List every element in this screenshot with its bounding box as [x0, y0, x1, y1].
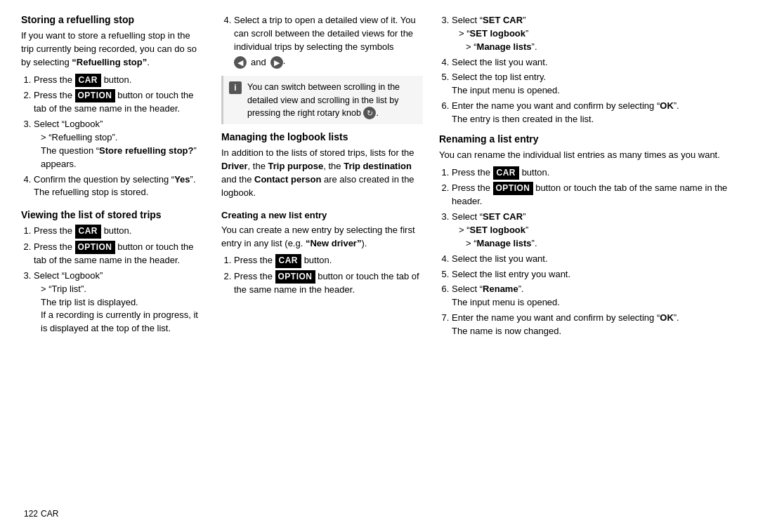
- car-button-label: CAR: [493, 166, 520, 180]
- section-renaming-intro: You can rename the individual list entri…: [439, 149, 737, 162]
- section-storing: Storing a refuelling stop If you want to…: [21, 14, 205, 199]
- sub-indent: > “Refuelling stop”.: [41, 131, 205, 145]
- info-icon: i: [229, 81, 242, 94]
- sub-indent: The question “Store refuelling stop?” ap…: [41, 145, 205, 171]
- section-managing: Managing the logbook lists In addition t…: [221, 131, 423, 199]
- section-viewing-steps: Press the CAR button. Press the OPTION b…: [34, 225, 205, 335]
- sub-text: The refuelling stop is stored.: [34, 186, 205, 199]
- list-item: Confirm the question by selecting “Yes”.…: [34, 173, 205, 200]
- list-item: Select “Logbook” > “Refuelling stop”. Th…: [34, 118, 205, 171]
- sub-text: The name is now changed.: [452, 325, 737, 338]
- col-right: Select “SET CAR” > “SET logbook” > “Mana…: [436, 14, 737, 348]
- sub-text: The input menu is opened.: [452, 296, 737, 310]
- section-renaming-title: Renaming a list entry: [439, 133, 737, 145]
- sub-text: The entry is then created in the list.: [452, 113, 737, 126]
- list-item: Press the CAR button.: [34, 74, 205, 87]
- renaming-steps: Press the CAR button. Press the OPTION b…: [452, 166, 737, 338]
- section-label: CAR: [41, 509, 58, 519]
- option-button-label: OPTION: [493, 182, 533, 195]
- sub-indent2: > “Manage lists”.: [466, 237, 737, 251]
- list-item: Select the top list entry. The input men…: [452, 71, 737, 98]
- info-text: You can switch between scrolling in the …: [247, 81, 417, 119]
- section-storing-intro: If you want to store a refuelling stop i…: [21, 29, 205, 69]
- list-item: Enter the name you want and confirm by s…: [452, 100, 737, 126]
- step3-list: Select “SET CAR” > “SET logbook” > “Mana…: [452, 14, 737, 126]
- list-item: Press the CAR button.: [234, 254, 423, 267]
- list-item: Select “Logbook” > “Trip list”. The trip…: [34, 270, 205, 335]
- col-middle: Select a trip to open a detailed view of…: [218, 14, 436, 348]
- rotary-symbol: ↻: [363, 107, 376, 119]
- sub-text: The input menu is opened.: [452, 84, 737, 98]
- option-button-label: OPTION: [75, 241, 115, 254]
- option-button-label: OPTION: [75, 89, 115, 102]
- list-item: Select the list entry you want.: [452, 268, 737, 281]
- page-container: Storing a refuelling stop If you want to…: [21, 14, 737, 348]
- list-item: Enter the name you want and confirm by s…: [452, 312, 737, 338]
- list-item: Select “SET CAR” > “SET logbook” > “Mana…: [452, 211, 737, 251]
- page-number: 122: [24, 509, 38, 519]
- info-box: i You can switch between scrolling in th…: [221, 76, 423, 124]
- sub-indent2: > “Manage lists”.: [466, 41, 737, 54]
- list-item: Press the OPTION button or touch the tab…: [234, 270, 423, 297]
- section-creating: Creating a new list entry You can create…: [221, 210, 423, 297]
- section-managing-intro: In addition to the lists of stored trips…: [221, 147, 423, 199]
- prev-symbol: ◀: [234, 56, 247, 69]
- col-left: Storing a refuelling stop If you want to…: [21, 14, 218, 348]
- car-button-label: CAR: [75, 74, 102, 87]
- section-creating-intro: You can create a new entry by selecting …: [221, 224, 423, 251]
- step4-continued: Select a trip to open a detailed view of…: [221, 14, 423, 69]
- section-storing-title: Storing a refuelling stop: [21, 14, 205, 25]
- next-symbol: ▶: [270, 56, 283, 69]
- list-item: Select “SET CAR” > “SET logbook” > “Mana…: [452, 14, 737, 54]
- list-item: Select a trip to open a detailed view of…: [234, 14, 423, 69]
- section-viewing-title: Viewing the list of stored trips: [21, 209, 205, 220]
- list-item: Press the CAR button.: [34, 225, 205, 238]
- sub-indent: > “SET logbook”: [459, 224, 737, 237]
- list-item: Select the list you want.: [452, 253, 737, 266]
- page-footer: 122CAR: [21, 507, 58, 519]
- car-button-label: CAR: [275, 254, 302, 267]
- creating-steps: Press the CAR button. Press the OPTION b…: [234, 254, 423, 297]
- list-item: Press the CAR button.: [452, 166, 737, 180]
- and-text: and: [251, 56, 266, 69]
- car-button-label: CAR: [75, 225, 102, 238]
- list-item: Select the list you want.: [452, 56, 737, 69]
- sub-indent: The trip list is displayed.: [41, 296, 205, 310]
- section-storing-steps: Press the CAR button. Press the OPTION b…: [34, 74, 205, 200]
- section-managing-title: Managing the logbook lists: [221, 131, 423, 142]
- list-item: Press the OPTION button or touch the tab…: [452, 182, 737, 208]
- step4-list: Select a trip to open a detailed view of…: [234, 14, 423, 69]
- section-viewing: Viewing the list of stored trips Press t…: [21, 209, 205, 335]
- sub-indent: > “Trip list”.: [41, 283, 205, 296]
- sub-indent: If a recording is currently in progress,…: [41, 309, 205, 335]
- step3-creating: Select “SET CAR” > “SET logbook” > “Mana…: [439, 14, 737, 126]
- option-button-label: OPTION: [275, 270, 315, 284]
- list-item: Press the OPTION button or touch the tab…: [34, 89, 205, 116]
- list-item: Select “Rename”. The input menu is opene…: [452, 283, 737, 310]
- sub-indent: > “SET logbook”: [459, 27, 737, 41]
- list-item: Press the OPTION button or touch the tab…: [34, 241, 205, 267]
- section-renaming: Renaming a list entry You can rename the…: [439, 133, 737, 338]
- section-creating-title: Creating a new list entry: [221, 210, 423, 220]
